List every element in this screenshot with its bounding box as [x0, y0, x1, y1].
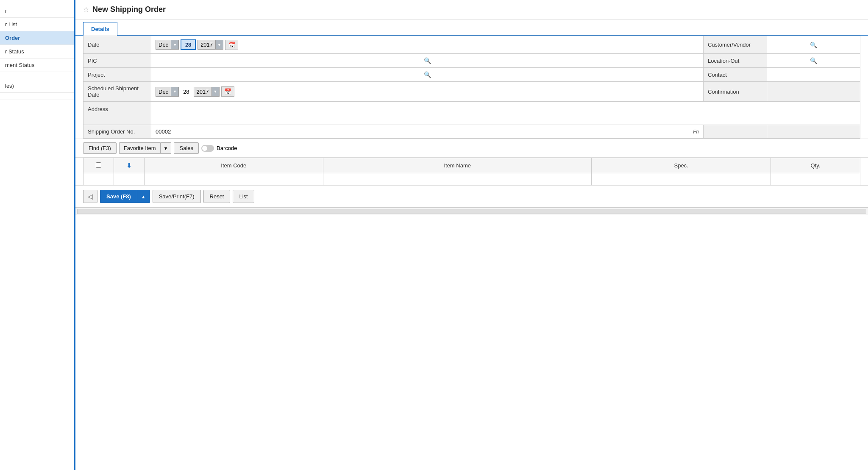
main-content: ☆ New Shipping Order Details Date Dec ▼	[74, 0, 868, 470]
sidebar-item-order[interactable]: Order	[0, 31, 74, 45]
star-icon[interactable]: ☆	[83, 6, 89, 14]
sales-button[interactable]: Sales	[174, 142, 199, 154]
pic-search-icon: 🔍	[424, 57, 431, 64]
sched-month-dropdown[interactable]: ▼	[171, 87, 179, 97]
shipping-order-right-field	[767, 125, 860, 139]
customer-vendor-label: Customer/Vendor	[704, 36, 767, 54]
sidebar-item-1[interactable]: r	[0, 4, 74, 18]
date-year-wrapper: 2017 ▼	[198, 40, 223, 50]
date-field: Dec ▼ 2017 ▼ 📅	[151, 36, 704, 54]
sidebar-item-8[interactable]	[0, 93, 74, 100]
barcode-toggle-switch[interactable]	[201, 145, 214, 152]
location-out-field[interactable]: 🔍	[767, 54, 860, 68]
sidebar-item-2[interactable]: r List	[0, 18, 74, 31]
date-month-text: Dec	[156, 40, 171, 50]
confirmation-label: Confirmation	[704, 82, 767, 102]
tab-details[interactable]: Details	[83, 22, 117, 36]
sched-month-text: Dec	[156, 87, 171, 97]
form-area: Date Dec ▼ 2017 ▼ 📅	[75, 36, 868, 139]
col-spec: Spec.	[592, 158, 771, 173]
date-month-dropdown[interactable]: ▼	[171, 40, 179, 50]
item-table-wrapper: ⬇ Item Code Item Name Spec. Qty.	[75, 158, 868, 185]
col-checkbox	[83, 158, 114, 173]
scheduled-shipment-label: Scheduled Shipment Date	[83, 82, 151, 102]
customer-vendor-search-icon: 🔍	[810, 42, 817, 48]
page-header: ☆ New Shipping Order	[75, 0, 868, 19]
item-table: ⬇ Item Code Item Name Spec. Qty.	[83, 158, 860, 185]
sidebar-item-6[interactable]	[0, 72, 74, 79]
shipping-order-right-label	[704, 125, 767, 139]
pic-field[interactable]: 🔍	[151, 54, 704, 68]
table-row	[83, 173, 860, 185]
tabs-row: Details	[75, 19, 868, 36]
contact-field[interactable]	[767, 68, 860, 82]
row-item-name-cell[interactable]	[323, 173, 592, 185]
sidebar-item-7[interactable]: les)	[0, 79, 74, 93]
sidebar: r r List Order r Status ment Status les)	[0, 0, 74, 470]
date-year-text: 2017	[198, 40, 216, 50]
row-item-code-cell[interactable]	[144, 173, 323, 185]
project-search-icon: 🔍	[424, 71, 431, 78]
save-button-group: Save (F8) ▲	[100, 190, 150, 203]
project-label: Project	[83, 68, 151, 82]
row-checkbox-cell	[83, 173, 114, 185]
sched-calendar-button[interactable]: 📅	[221, 86, 234, 97]
find-button[interactable]: Find (F3)	[83, 142, 117, 154]
row-spec-cell[interactable]	[592, 173, 771, 185]
pic-label: PIC	[83, 54, 151, 68]
sched-year-dropdown[interactable]: ▼	[212, 87, 220, 97]
favorite-item-arrow[interactable]: ▼	[160, 142, 172, 154]
save-dropdown-arrow[interactable]: ▲	[137, 190, 150, 203]
sched-month-wrapper: Dec ▼	[156, 87, 179, 97]
date-day-input[interactable]	[181, 39, 196, 50]
barcode-toggle: Barcode	[201, 145, 237, 152]
col-qty: Qty.	[771, 158, 860, 173]
col-item-name: Item Name	[323, 158, 592, 173]
customer-vendor-field[interactable]: 🔍	[767, 36, 860, 54]
save-button[interactable]: Save (F8)	[100, 190, 137, 203]
favorite-item-dropdown: Favorite Item ▼	[119, 142, 172, 154]
col-item-code: Item Code	[144, 158, 323, 173]
scrollbar-row	[75, 207, 868, 215]
date-year-dropdown[interactable]: ▼	[216, 40, 223, 50]
project-field[interactable]: 🔍	[151, 68, 704, 82]
select-all-checkbox[interactable]	[96, 162, 101, 168]
location-out-search-icon: 🔍	[810, 57, 817, 64]
bottom-toolbar: ◁ Save (F8) ▲ Save/Print(F7) Reset List	[75, 185, 868, 207]
send-icon: ◁	[88, 193, 93, 200]
contact-label: Contact	[704, 68, 767, 82]
row-qty-cell[interactable]	[771, 173, 860, 185]
barcode-label: Barcode	[217, 145, 237, 151]
horizontal-scrollbar[interactable]	[77, 209, 866, 214]
col-sort: ⬇	[114, 158, 144, 173]
confirmation-field[interactable]	[767, 82, 860, 102]
sidebar-item-5[interactable]: ment Status	[0, 58, 74, 72]
fn-label: Fn	[693, 129, 699, 135]
page-title: New Shipping Order	[92, 5, 166, 14]
location-out-label: Location-Out	[704, 54, 767, 68]
toolbar-row: Find (F3) Favorite Item ▼ Sales Barcode	[75, 139, 868, 158]
address-field[interactable]	[151, 102, 860, 125]
date-month-wrapper: Dec ▼	[156, 40, 179, 50]
shipping-order-no-label: Shipping Order No.	[83, 125, 151, 139]
sched-day-text: 28	[181, 87, 192, 96]
date-label: Date	[83, 36, 151, 54]
address-label: Address	[83, 102, 151, 125]
scheduled-shipment-field: Dec ▼ 28 2017 ▼ 📅	[151, 82, 704, 102]
reset-button[interactable]: Reset	[203, 190, 231, 203]
send-button[interactable]: ◁	[83, 190, 97, 203]
sched-year-text: 2017	[194, 87, 212, 97]
sidebar-item-4[interactable]: r Status	[0, 45, 74, 58]
shipping-order-no-value: 00002	[156, 128, 171, 135]
form-table: Date Dec ▼ 2017 ▼ 📅	[83, 36, 860, 139]
list-button[interactable]: List	[233, 190, 254, 203]
favorite-item-button[interactable]: Favorite Item	[119, 142, 160, 154]
shipping-order-no-field: 00002 Fn	[151, 125, 704, 139]
sched-year-wrapper: 2017 ▼	[194, 87, 220, 97]
date-calendar-button[interactable]: 📅	[225, 40, 238, 50]
sort-icon[interactable]: ⬇	[126, 162, 132, 169]
save-print-button[interactable]: Save/Print(F7)	[153, 190, 201, 203]
row-sort-cell	[114, 173, 144, 185]
